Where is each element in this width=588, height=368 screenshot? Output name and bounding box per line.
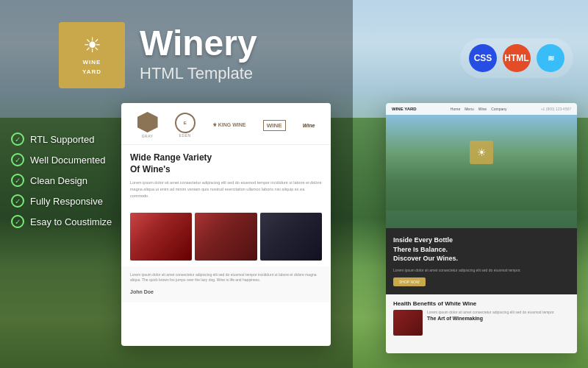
feature-customize: ✓ Esay to Coustimize [11, 215, 112, 228]
right-logo-icon: ☀ [477, 146, 487, 158]
right-dark-section: Inside Every BottleThere Is Balance.Disc… [386, 228, 577, 294]
art-heading: The Art of Winemaking [427, 316, 555, 321]
brand-2: E EDEN [175, 113, 196, 138]
tech-badges-container: CSS HTML ≋ [460, 38, 573, 78]
right-bottom-row: Lorem ipsum dolor sit amet consectetur a… [393, 310, 570, 336]
right-dark-heading: Inside Every BottleThere Is Balance.Disc… [393, 236, 570, 263]
right-top-section: WINE YARD Home Menu Wine Company +1 (800… [386, 103, 577, 228]
check-icon-responsive: ✓ [11, 194, 24, 208]
brand-hexagon-icon [137, 112, 158, 132]
feature-docs-label: Well Documented [30, 155, 105, 166]
nav-home: Home [451, 107, 460, 111]
wine-image-2 [195, 213, 257, 261]
right-logo-overlay: ☀ [470, 141, 493, 164]
wine-image-1 [130, 213, 192, 261]
brand-wine2: Wine [303, 123, 315, 128]
right-health-heading: Health Benefits of White Wine [393, 300, 570, 307]
feature-docs: ✓ Well Documented [11, 153, 112, 166]
left-card-footer-text: Lorem ipsum dolor sit amet consectetur a… [121, 266, 331, 302]
title-area: Winery HTML Template [140, 26, 257, 83]
brand-5: Wine [303, 123, 315, 128]
right-nav-bar: WINE YARD Home Menu Wine Company +1 (800… [386, 103, 577, 115]
feature-responsive: ✓ Fully Responsive [11, 194, 112, 208]
logo-line2: YARD [82, 68, 101, 75]
nav-menu: Menu [465, 107, 474, 111]
feature-rtl: ✓ RTL Supported [11, 132, 112, 146]
feature-design: ✓ Clean Design [11, 174, 112, 187]
logo-icon: ☀ [83, 35, 101, 56]
brand-3: ⚜ KING WINE [212, 122, 246, 128]
wide-range-heading: Wide Range VarietyOf Wine's [130, 152, 322, 175]
brand-4: WINE [263, 120, 286, 131]
quote-attribution: John Doe [130, 289, 154, 294]
brand-logos-row: GRAY E EDEN ⚜ KING WINE WINE Wine [121, 103, 331, 145]
brand-1: GRAY [137, 112, 158, 138]
check-icon-rtl: ✓ [11, 132, 24, 146]
feature-rtl-label: RTL Supported [30, 134, 94, 145]
brand-wine: WINE [263, 120, 286, 131]
shop-now-button[interactable]: SHOP NOW [393, 277, 426, 286]
feature-customize-label: Esay to Coustimize [30, 216, 112, 227]
left-card-content: Wide Range VarietyOf Wine's Lorem ipsum … [121, 145, 331, 207]
subtitle: HTML Template [140, 64, 257, 83]
main-title: Winery [140, 26, 257, 61]
nav-company: Company [491, 107, 506, 111]
feature-design-label: Clean Design [30, 175, 87, 186]
right-landscape-image: ☀ [386, 115, 577, 210]
tailwind-badge: ≋ [537, 44, 564, 72]
right-bottom-section: Health Benefits of White Wine Lorem ipsu… [386, 294, 577, 353]
css3-badge: CSS [469, 44, 497, 72]
check-icon-customize: ✓ [11, 215, 24, 228]
right-nav-logo: WINE YARD [392, 107, 417, 111]
logo-box: ☀ WINE YARD [59, 22, 125, 88]
wide-range-text: Lorem ipsum dolor sit amet consectetur a… [130, 180, 322, 199]
nav-wine: Wine [478, 107, 487, 111]
logo-line1: WINE [83, 59, 101, 66]
preview-left-card: GRAY E EDEN ⚜ KING WINE WINE Wine Wide R… [121, 103, 331, 346]
preview-right-card: WINE YARD Home Menu Wine Company +1 (800… [386, 103, 577, 353]
wine-image-3 [260, 213, 322, 261]
wine-thumbnail [393, 310, 423, 336]
right-dark-text: Lorem ipsum dolor sit amet consectetur a… [393, 267, 570, 273]
check-icon-docs: ✓ [11, 153, 24, 166]
wine-image-grid [121, 207, 331, 266]
brand-circle-icon: E [175, 113, 196, 133]
brand-kingwine: ⚜ KING WINE [212, 122, 246, 128]
health-text: Lorem ipsum dolor sit amet consectetur a… [427, 310, 555, 316]
check-icon-design: ✓ [11, 174, 24, 187]
right-nav-links: Home Menu Wine Company [451, 107, 507, 111]
features-list: ✓ RTL Supported ✓ Well Documented ✓ Clea… [11, 132, 112, 236]
feature-responsive-label: Fully Responsive [30, 196, 103, 207]
right-nav-phone: +1 (800) 123-4567 [541, 107, 571, 111]
right-art-content: Lorem ipsum dolor sit amet consectetur a… [427, 310, 555, 323]
html5-badge: HTML [503, 44, 531, 72]
